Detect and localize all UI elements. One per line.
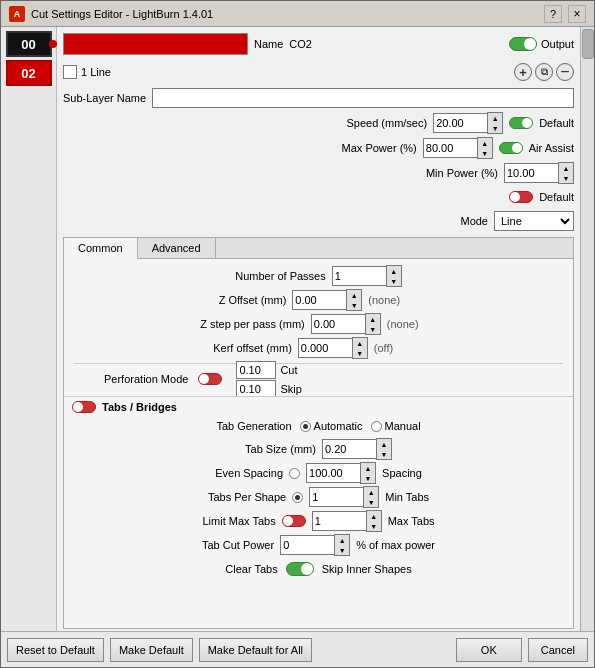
kerf-row: Kerf offset (mm) ▲ ▼ (off) xyxy=(74,337,563,359)
tabs-per-radio[interactable] xyxy=(292,492,303,503)
speed-input[interactable] xyxy=(433,113,487,133)
cancel-button[interactable]: Cancel xyxy=(528,638,588,662)
perf-skip-label: Skip xyxy=(280,383,301,395)
limit-max-input[interactable] xyxy=(312,511,366,531)
make-default-button[interactable]: Make Default xyxy=(110,638,193,662)
speed-up[interactable]: ▲ xyxy=(488,113,502,123)
tab-size-input[interactable] xyxy=(322,439,376,459)
max-power-up[interactable]: ▲ xyxy=(478,138,492,148)
spacing-down[interactable]: ▼ xyxy=(361,473,375,483)
skip-inner-toggle[interactable] xyxy=(286,562,314,576)
limit-max-up[interactable]: ▲ xyxy=(367,511,381,521)
z-offset-down[interactable]: ▼ xyxy=(347,300,361,310)
make-default-all-button[interactable]: Make Default for All xyxy=(199,638,312,662)
add-line-button[interactable]: + xyxy=(514,63,532,81)
color-swatch[interactable] xyxy=(63,33,248,55)
min-power-row: Min Power (%) ▲ ▼ xyxy=(63,162,574,184)
tabs-bridges-toggle[interactable] xyxy=(72,401,96,413)
perf-mode-row: Perforation Mode Cut Skip xyxy=(74,368,563,390)
max-power-row: Max Power (%) ▲ ▼ Air Assist xyxy=(63,137,574,159)
tab-advanced[interactable]: Advanced xyxy=(138,238,216,258)
default-label: Default xyxy=(539,117,574,129)
kerf-down[interactable]: ▼ xyxy=(353,348,367,358)
z-step-input[interactable] xyxy=(311,314,365,334)
limit-max-down[interactable]: ▼ xyxy=(367,521,381,531)
max-power-input[interactable] xyxy=(423,138,477,158)
help-button[interactable]: ? xyxy=(544,5,562,23)
perf-skip-input[interactable] xyxy=(236,380,276,398)
output-toggle[interactable] xyxy=(509,37,537,51)
layer-indicator xyxy=(49,40,57,48)
line-count: 1 Line xyxy=(81,66,111,78)
mode-row: Mode Line Fill Fill+Line Offset Fill xyxy=(63,210,574,232)
manual-label: Manual xyxy=(385,420,421,432)
num-passes-down[interactable]: ▼ xyxy=(387,276,401,286)
min-power-label: Min Power (%) xyxy=(426,167,498,179)
tab-size-label: Tab Size (mm) xyxy=(245,443,316,455)
z-offset-up[interactable]: ▲ xyxy=(347,290,361,300)
tab-size-row: Tab Size (mm) ▲ ▼ xyxy=(72,438,565,460)
kerf-up[interactable]: ▲ xyxy=(353,338,367,348)
tab-cut-input[interactable] xyxy=(280,535,334,555)
z-step-down[interactable]: ▼ xyxy=(366,324,380,334)
tab-cut-up[interactable]: ▲ xyxy=(335,535,349,545)
spacing-up[interactable]: ▲ xyxy=(361,463,375,473)
line-checkbox[interactable] xyxy=(63,65,77,79)
default2-toggle[interactable] xyxy=(509,191,533,203)
close-button[interactable]: × xyxy=(568,5,586,23)
z-offset-input[interactable] xyxy=(292,290,346,310)
kerf-note: (off) xyxy=(374,342,424,354)
min-power-down[interactable]: ▼ xyxy=(559,173,573,183)
kerf-label: Kerf offset (mm) xyxy=(213,342,292,354)
layer-02[interactable]: 02 xyxy=(6,60,52,86)
ok-button[interactable]: OK xyxy=(456,638,522,662)
tab-gen-label: Tab Generation xyxy=(216,420,291,432)
tabs-per-shape-label: Tabs Per Shape xyxy=(208,491,286,503)
pct-max-power-label: % of max power xyxy=(356,539,435,551)
scroll-thumb[interactable] xyxy=(582,29,594,59)
even-spacing-label: Even Spacing xyxy=(215,467,283,479)
min-power-up[interactable]: ▲ xyxy=(559,163,573,173)
perf-cut-input[interactable] xyxy=(236,361,276,379)
remove-line-button[interactable]: − xyxy=(556,63,574,81)
min-power-input[interactable] xyxy=(504,163,558,183)
tab-cut-down[interactable]: ▼ xyxy=(335,545,349,555)
tabs-per-up[interactable]: ▲ xyxy=(364,487,378,497)
manual-radio[interactable]: Manual xyxy=(371,420,421,432)
max-tabs-label: Max Tabs xyxy=(388,515,435,527)
kerf-input[interactable] xyxy=(298,338,352,358)
speed-down[interactable]: ▼ xyxy=(488,123,502,133)
automatic-radio[interactable]: Automatic xyxy=(300,420,363,432)
sublayer-input[interactable] xyxy=(152,88,574,108)
tab-content-common: Number of Passes ▲ ▼ Z Offset (mm) xyxy=(64,259,573,396)
num-passes-row: Number of Passes ▲ ▼ xyxy=(74,265,563,287)
max-power-down[interactable]: ▼ xyxy=(478,148,492,158)
tab-size-up[interactable]: ▲ xyxy=(377,439,391,449)
layer-sidebar: 00 02 xyxy=(1,27,57,633)
air-assist-label: Air Assist xyxy=(529,142,574,154)
z-step-up[interactable]: ▲ xyxy=(366,314,380,324)
mode-select[interactable]: Line Fill Fill+Line Offset Fill xyxy=(494,211,574,231)
perf-toggle[interactable] xyxy=(198,373,222,385)
reset-button[interactable]: Reset to Default xyxy=(7,638,104,662)
spacing-input[interactable] xyxy=(306,463,360,483)
air-assist-toggle[interactable] xyxy=(499,142,523,154)
num-passes-input[interactable] xyxy=(332,266,386,286)
tab-size-down[interactable]: ▼ xyxy=(377,449,391,459)
scrollbar[interactable] xyxy=(580,27,594,633)
z-step-note: (none) xyxy=(387,318,437,330)
num-passes-up[interactable]: ▲ xyxy=(387,266,401,276)
layer-00[interactable]: 00 xyxy=(6,31,52,57)
limit-max-toggle[interactable] xyxy=(282,515,306,527)
tabs-per-input[interactable] xyxy=(309,487,363,507)
copy-line-button[interactable]: ⧉ xyxy=(535,63,553,81)
divider1 xyxy=(74,363,563,364)
even-spacing-row: Even Spacing ▲ ▼ Spacing xyxy=(72,462,565,484)
tab-common[interactable]: Common xyxy=(64,238,138,259)
output-label: Output xyxy=(541,38,574,50)
even-spacing-radio[interactable] xyxy=(289,468,300,479)
z-step-label: Z step per pass (mm) xyxy=(200,318,305,330)
tabs-per-down[interactable]: ▼ xyxy=(364,497,378,507)
default-toggle[interactable] xyxy=(509,117,533,129)
skip-inner-label: Skip Inner Shapes xyxy=(322,563,412,575)
